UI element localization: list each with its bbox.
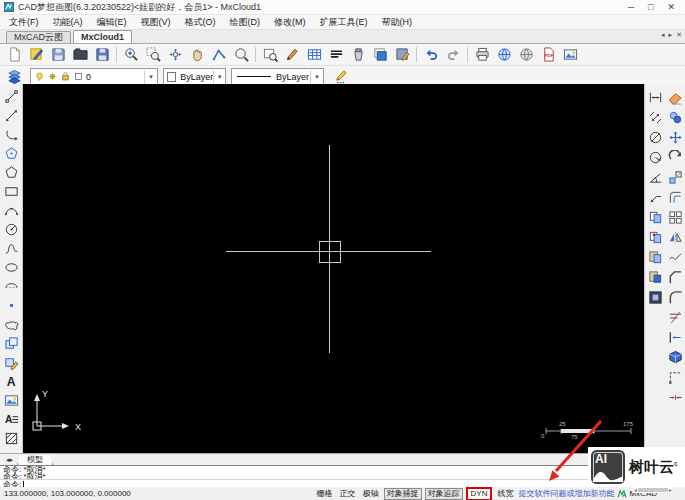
dim-leader-icon[interactable] bbox=[645, 187, 666, 207]
zoom-in-icon[interactable] bbox=[120, 45, 142, 65]
feedback-link[interactable]: 提交软件问题或增加新功能 bbox=[518, 488, 614, 499]
paste-clip-icon[interactable] bbox=[645, 247, 666, 267]
rectangle-icon[interactable] bbox=[1, 182, 22, 201]
watermark-scrollbar[interactable]: ◂ ▸ bbox=[634, 487, 672, 493]
table-icon[interactable] bbox=[303, 45, 325, 65]
tab-nav-icon[interactable]: ✕ bbox=[676, 31, 682, 39]
save-icon[interactable] bbox=[47, 45, 69, 65]
redline-icon[interactable] bbox=[281, 45, 303, 65]
polygon-filled-icon[interactable] bbox=[1, 144, 22, 163]
arc-icon[interactable] bbox=[1, 125, 22, 144]
web-settings-icon[interactable] bbox=[515, 45, 537, 65]
status-toggle-对象捕捉[interactable]: 对象捕捉 bbox=[384, 488, 422, 500]
ellipse-icon[interactable] bbox=[1, 258, 22, 277]
tab-nav-icon[interactable]: ▸ bbox=[669, 31, 673, 39]
dim-angular-icon[interactable] bbox=[645, 167, 666, 187]
status-toggle-dyn[interactable]: DYN bbox=[466, 487, 493, 500]
measure-icon[interactable] bbox=[208, 45, 230, 65]
trim-icon[interactable] bbox=[665, 307, 685, 327]
dim-diameter-icon[interactable] bbox=[645, 127, 666, 147]
minimize-button[interactable]: ─ bbox=[628, 1, 634, 13]
find-icon[interactable] bbox=[259, 45, 281, 65]
doc-tab-mxcloud1[interactable]: MxCloud1 bbox=[73, 30, 132, 43]
offset-icon[interactable] bbox=[665, 187, 685, 207]
maximize-button[interactable]: □ bbox=[648, 1, 653, 13]
move-icon[interactable] bbox=[665, 127, 685, 147]
doc-tab-mxcad云图[interactable]: MxCAD云图 bbox=[6, 31, 71, 43]
undo-icon[interactable] bbox=[420, 45, 442, 65]
color-combo-arrow-icon[interactable]: ▼ bbox=[213, 70, 225, 84]
save-as-icon[interactable] bbox=[91, 45, 113, 65]
menu-o[interactable]: 格式(O) bbox=[178, 16, 223, 29]
point-icon[interactable] bbox=[1, 296, 22, 315]
layer-combo-arrow-icon[interactable]: ▼ bbox=[144, 70, 157, 84]
pedit-icon[interactable] bbox=[665, 367, 685, 387]
menu-e[interactable]: 编辑(E) bbox=[90, 16, 134, 29]
open-icon[interactable] bbox=[69, 45, 91, 65]
menu-e[interactable]: 扩展工具(E) bbox=[313, 16, 375, 29]
line-icon[interactable] bbox=[1, 87, 22, 106]
sketch-pad-icon[interactable] bbox=[25, 45, 47, 65]
chamfer-icon[interactable] bbox=[665, 267, 685, 287]
fit-curve-icon[interactable] bbox=[665, 247, 685, 267]
mtext-icon[interactable]: A bbox=[1, 410, 22, 429]
copy-icon[interactable] bbox=[665, 107, 685, 127]
hatch-icon[interactable] bbox=[1, 429, 22, 448]
explode-icon[interactable] bbox=[665, 347, 685, 367]
polyline-icon[interactable] bbox=[1, 106, 22, 125]
redo-icon[interactable] bbox=[442, 45, 464, 65]
menu-f[interactable]: 文件(F) bbox=[2, 16, 46, 29]
layout-nav-icon[interactable]: ▸ bbox=[10, 456, 14, 463]
status-toggle-栅格[interactable]: 栅格 bbox=[315, 489, 335, 499]
purge-icon[interactable] bbox=[347, 45, 369, 65]
options-icon[interactable] bbox=[391, 45, 413, 65]
command-window[interactable]: 命令: *取消*命令: *取消* 命令: bbox=[0, 465, 685, 487]
color-combo[interactable]: ByLayer ▼ bbox=[163, 68, 226, 86]
web-publish-icon[interactable] bbox=[493, 45, 515, 65]
drawing-canvas[interactable]: X Y 25 175 0 75 bbox=[23, 84, 644, 454]
polygon-icon[interactable] bbox=[1, 163, 22, 182]
menu-a[interactable]: 功能(A) bbox=[46, 16, 90, 29]
arc-3p-icon[interactable] bbox=[1, 201, 22, 220]
menu-d[interactable]: 绘图(D) bbox=[223, 16, 268, 29]
status-toggle-对象追踪[interactable]: 对象追踪 bbox=[425, 488, 463, 500]
dim-aligned-icon[interactable] bbox=[645, 107, 666, 127]
mirror-icon[interactable] bbox=[665, 227, 685, 247]
tab-nav-icon[interactable]: ◂ bbox=[661, 31, 665, 39]
copy-base-icon[interactable] bbox=[645, 227, 666, 247]
status-toggle-线宽[interactable]: 线宽 bbox=[495, 489, 515, 499]
close-button[interactable]: ✕ bbox=[667, 1, 675, 13]
layout-nav-controls[interactable]: ◂▸ bbox=[4, 456, 15, 464]
status-toggle-极轴[interactable]: 极轴 bbox=[361, 489, 381, 499]
menu-m[interactable]: 修改(M) bbox=[267, 16, 313, 29]
text-lines-icon[interactable] bbox=[325, 45, 347, 65]
rotate-icon[interactable] bbox=[665, 147, 685, 167]
zoom-window-icon[interactable] bbox=[142, 45, 164, 65]
menu-v[interactable]: 视图(V) bbox=[134, 16, 178, 29]
dim-linear-icon[interactable] bbox=[645, 87, 666, 107]
dim-radius-icon[interactable] bbox=[645, 147, 666, 167]
extend-icon[interactable] bbox=[665, 327, 685, 347]
erase-icon[interactable] bbox=[665, 87, 685, 107]
pdf-export-icon[interactable]: PDF bbox=[537, 45, 559, 65]
menu-h[interactable]: 帮助(H) bbox=[375, 16, 420, 29]
print-icon[interactable] bbox=[471, 45, 493, 65]
spline-icon[interactable] bbox=[1, 239, 22, 258]
text-icon[interactable]: A bbox=[1, 372, 22, 391]
array-icon[interactable] bbox=[665, 207, 685, 227]
zoom-extents-icon[interactable] bbox=[164, 45, 186, 65]
copy-clip-icon[interactable] bbox=[645, 207, 666, 227]
layout-tab-model[interactable]: 模型 bbox=[17, 455, 53, 466]
scale-icon[interactable] bbox=[665, 167, 685, 187]
fillet-icon[interactable] bbox=[665, 287, 685, 307]
scroll-left-icon[interactable]: ◂ bbox=[634, 487, 637, 493]
paste-block-icon[interactable] bbox=[645, 267, 666, 287]
insert-image-icon[interactable] bbox=[1, 391, 22, 410]
scroll-right-icon[interactable]: ▸ bbox=[669, 487, 672, 493]
linetype-combo-arrow-icon[interactable]: ▼ bbox=[310, 70, 323, 84]
status-toggle-正交[interactable]: 正交 bbox=[338, 489, 358, 499]
layer-combo[interactable]: 0 ▼ bbox=[30, 68, 158, 86]
scroll-thumb[interactable] bbox=[638, 488, 668, 492]
join-icon[interactable] bbox=[665, 387, 685, 407]
make-block-icon[interactable] bbox=[1, 353, 22, 372]
